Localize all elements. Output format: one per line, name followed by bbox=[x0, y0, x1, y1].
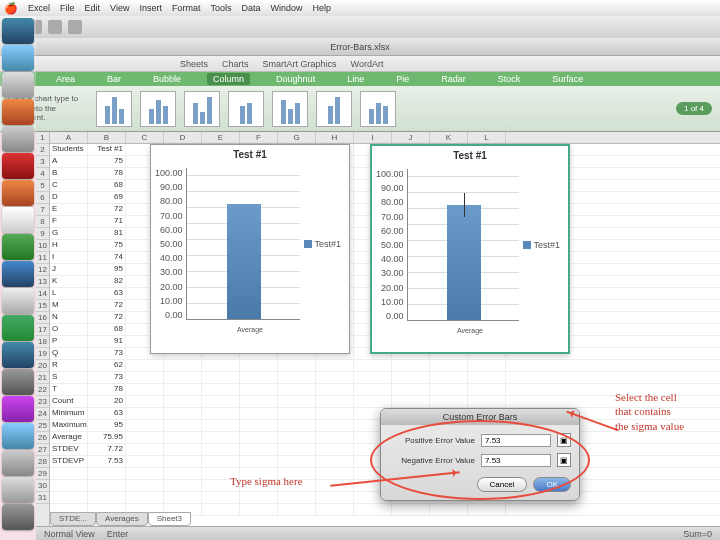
chart-thumbnail[interactable] bbox=[272, 91, 308, 127]
chart-thumbnail[interactable] bbox=[316, 91, 352, 127]
cell[interactable]: 68 bbox=[88, 180, 126, 191]
cell[interactable]: 74 bbox=[88, 252, 126, 263]
chart-thumbnail[interactable] bbox=[96, 91, 132, 127]
cell[interactable]: 62 bbox=[88, 360, 126, 371]
cell[interactable] bbox=[164, 492, 202, 503]
cell[interactable] bbox=[354, 504, 392, 515]
cell[interactable] bbox=[126, 492, 164, 503]
cell[interactable]: E bbox=[50, 204, 88, 215]
chart-type-bubble[interactable]: Bubble bbox=[147, 73, 187, 85]
cell[interactable]: G bbox=[50, 228, 88, 239]
cell[interactable] bbox=[202, 504, 240, 515]
cell[interactable] bbox=[240, 372, 278, 383]
cell[interactable] bbox=[164, 396, 202, 407]
menu-excel[interactable]: Excel bbox=[28, 3, 50, 13]
col-header[interactable]: L bbox=[468, 132, 506, 143]
col-header[interactable]: K bbox=[430, 132, 468, 143]
cell[interactable] bbox=[164, 372, 202, 383]
cell[interactable] bbox=[354, 384, 392, 395]
sheet-tab[interactable]: Averages bbox=[96, 512, 148, 526]
row-header[interactable]: 20 bbox=[36, 360, 49, 372]
cell[interactable] bbox=[50, 492, 88, 503]
cell[interactable]: P bbox=[50, 336, 88, 347]
cell[interactable] bbox=[316, 420, 354, 431]
cell[interactable] bbox=[316, 396, 354, 407]
menu-insert[interactable]: Insert bbox=[139, 3, 162, 13]
chart-type-column[interactable]: Column bbox=[207, 73, 250, 85]
cell[interactable] bbox=[202, 456, 240, 467]
cell[interactable] bbox=[316, 372, 354, 383]
cell[interactable]: Test #1 bbox=[88, 144, 126, 155]
menu-format[interactable]: Format bbox=[172, 3, 201, 13]
cell[interactable]: 95 bbox=[88, 264, 126, 275]
menu-window[interactable]: Window bbox=[270, 3, 302, 13]
cell[interactable] bbox=[278, 420, 316, 431]
cell[interactable]: 82 bbox=[88, 276, 126, 287]
chart-thumbnail[interactable] bbox=[184, 91, 220, 127]
cell[interactable]: Maximum bbox=[50, 420, 88, 431]
cell[interactable] bbox=[126, 432, 164, 443]
dock-item[interactable] bbox=[2, 153, 34, 179]
chart-thumbnail[interactable] bbox=[360, 91, 396, 127]
chart-thumbnail[interactable] bbox=[140, 91, 176, 127]
cell[interactable] bbox=[50, 468, 88, 479]
row-header[interactable]: 29 bbox=[36, 468, 49, 480]
cell[interactable] bbox=[202, 408, 240, 419]
dock-item[interactable] bbox=[2, 423, 34, 449]
cell[interactable]: 73 bbox=[88, 348, 126, 359]
row-header[interactable]: 16 bbox=[36, 312, 49, 324]
cell[interactable]: 75 bbox=[88, 156, 126, 167]
cell[interactable] bbox=[278, 384, 316, 395]
cell[interactable] bbox=[316, 432, 354, 443]
cell[interactable] bbox=[126, 420, 164, 431]
dock-item[interactable] bbox=[2, 18, 34, 44]
cell[interactable] bbox=[392, 396, 430, 407]
cell[interactable] bbox=[164, 456, 202, 467]
row-header[interactable]: 1 bbox=[36, 132, 49, 144]
apple-menu[interactable]: 🍎 bbox=[4, 2, 18, 15]
cell[interactable]: 91 bbox=[88, 336, 126, 347]
row-header[interactable]: 25 bbox=[36, 420, 49, 432]
dock-item[interactable] bbox=[2, 261, 34, 287]
menu-help[interactable]: Help bbox=[312, 3, 331, 13]
cell[interactable] bbox=[202, 444, 240, 455]
row-header[interactable]: 14 bbox=[36, 288, 49, 300]
cell[interactable] bbox=[468, 372, 506, 383]
cell[interactable] bbox=[392, 372, 430, 383]
cell[interactable]: 72 bbox=[88, 300, 126, 311]
chart-thumbnail[interactable] bbox=[228, 91, 264, 127]
cell[interactable] bbox=[240, 444, 278, 455]
cell[interactable] bbox=[278, 432, 316, 443]
toolbar-button[interactable] bbox=[68, 20, 82, 34]
cell[interactable] bbox=[468, 396, 506, 407]
row-header[interactable]: 7 bbox=[36, 204, 49, 216]
row-header[interactable]: 21 bbox=[36, 372, 49, 384]
sheet-tab[interactable]: Sheet3 bbox=[148, 512, 191, 526]
row-header[interactable]: 13 bbox=[36, 276, 49, 288]
cell[interactable] bbox=[88, 480, 126, 491]
cell[interactable] bbox=[278, 444, 316, 455]
cell[interactable] bbox=[126, 468, 164, 479]
chart-type-surface[interactable]: Surface bbox=[546, 73, 589, 85]
row-header[interactable]: 27 bbox=[36, 444, 49, 456]
cell[interactable] bbox=[354, 372, 392, 383]
row-header[interactable]: 11 bbox=[36, 252, 49, 264]
cell[interactable] bbox=[392, 504, 430, 515]
cell[interactable] bbox=[316, 444, 354, 455]
row-header[interactable]: 4 bbox=[36, 168, 49, 180]
cell[interactable]: S bbox=[50, 372, 88, 383]
cell[interactable] bbox=[164, 360, 202, 371]
cell[interactable]: I bbox=[50, 252, 88, 263]
row-header[interactable]: 12 bbox=[36, 264, 49, 276]
cell[interactable] bbox=[430, 504, 468, 515]
cell[interactable]: Students bbox=[50, 144, 88, 155]
cell[interactable]: 71 bbox=[88, 216, 126, 227]
dock-item[interactable] bbox=[2, 207, 34, 233]
cell[interactable]: 73 bbox=[88, 372, 126, 383]
dock-item[interactable] bbox=[2, 234, 34, 260]
cell[interactable] bbox=[202, 432, 240, 443]
cell[interactable]: 75.95 bbox=[88, 432, 126, 443]
cell[interactable] bbox=[202, 372, 240, 383]
cell[interactable] bbox=[278, 492, 316, 503]
chart-type-stock[interactable]: Stock bbox=[492, 73, 527, 85]
